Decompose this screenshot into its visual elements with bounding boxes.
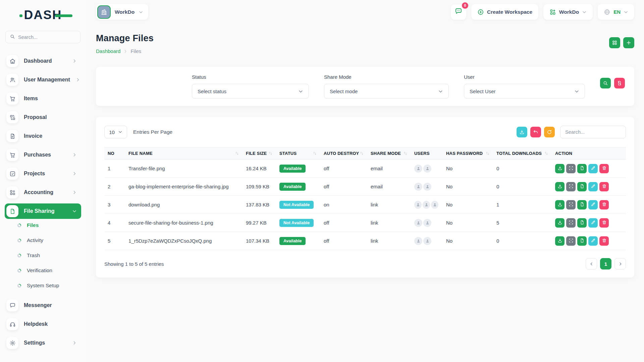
users-avatars xyxy=(414,237,439,245)
status-badge: Available xyxy=(279,237,306,245)
filter-card: Status Select status Share Mode Select m… xyxy=(96,67,634,106)
chevron-down-icon xyxy=(582,10,587,14)
chevron-down-icon xyxy=(298,89,303,94)
sort-icon xyxy=(403,151,408,156)
details-button[interactable] xyxy=(577,236,587,246)
preview-button[interactable] xyxy=(566,218,576,228)
download-button[interactable] xyxy=(555,182,565,191)
details-button[interactable] xyxy=(577,218,587,228)
column-header-no: NO xyxy=(104,147,125,160)
avatar xyxy=(423,165,431,173)
sidebar-item-settings[interactable]: Settings xyxy=(5,335,81,351)
grid-view-button[interactable] xyxy=(609,37,620,48)
details-button[interactable] xyxy=(577,182,587,191)
cell-total-downloads: 0 xyxy=(493,178,552,196)
sidebar-menu: DashboardUser ManagementItemsProposalInv… xyxy=(5,53,80,351)
cell-auto-destroy: off xyxy=(320,160,367,178)
preview-button[interactable] xyxy=(566,164,576,173)
sidebar-item-file-sharing[interactable]: File Sharing xyxy=(5,203,81,219)
download-button[interactable] xyxy=(555,200,565,209)
chevron-right-icon xyxy=(123,49,127,53)
sidebar-subitem-verification[interactable]: Verification xyxy=(17,267,80,274)
chevron-right-icon xyxy=(72,171,77,176)
download-button[interactable] xyxy=(555,236,565,246)
undo-button[interactable] xyxy=(530,127,541,137)
delete-button[interactable] xyxy=(599,182,609,191)
file-doc-icon xyxy=(580,184,585,190)
edit-button[interactable] xyxy=(588,182,598,191)
bullet-icon xyxy=(17,284,21,288)
delete-button[interactable] xyxy=(599,218,609,228)
column-header-total-downloads[interactable]: TOTAL DOWNLOADS xyxy=(493,147,552,160)
refresh-button[interactable] xyxy=(544,127,555,137)
sidebar-item-proposal[interactable]: Proposal xyxy=(5,110,81,125)
sidebar-subitem-activity[interactable]: Activity xyxy=(17,237,80,243)
details-button[interactable] xyxy=(577,164,587,173)
status-filter-select[interactable]: Select status xyxy=(192,84,309,99)
sidebar-item-user-management[interactable]: User Management xyxy=(5,72,81,87)
language-dropdown[interactable]: EN xyxy=(598,4,634,20)
edit-button[interactable] xyxy=(588,218,598,228)
column-header-status[interactable]: STATUS xyxy=(276,147,320,160)
cell-total-downloads: 5 xyxy=(493,214,552,232)
sidebar-item-purchases[interactable]: Purchases xyxy=(5,147,81,163)
edit-button[interactable] xyxy=(588,200,598,209)
column-header-has-password[interactable]: HAS PASSWORD xyxy=(443,147,493,160)
dash-logo[interactable]: DASH xyxy=(5,8,80,22)
sidebar-subitem-trash[interactable]: Trash xyxy=(17,252,80,258)
next-page-button[interactable] xyxy=(614,258,626,269)
workspace-selector[interactable]: WorkDo xyxy=(96,4,148,20)
page-title: Manage Files xyxy=(96,33,154,44)
delete-button[interactable] xyxy=(599,200,609,209)
filter-clear-button[interactable] xyxy=(614,78,625,88)
page-1-button[interactable]: 1 xyxy=(600,258,611,269)
edit-button[interactable] xyxy=(588,164,598,173)
entries-per-page-select[interactable]: 10 xyxy=(104,126,127,138)
sidebar-search-input[interactable] xyxy=(18,35,76,40)
page-head: Manage Files Dashboard Files xyxy=(96,33,634,54)
sidebar-subitem-system-setup[interactable]: System Setup xyxy=(17,283,80,289)
sidebar-item-projects[interactable]: Projects xyxy=(5,166,81,181)
grid-plus-icon xyxy=(6,186,18,198)
sidebar-item-invoice[interactable]: Invoice xyxy=(5,128,81,144)
column-header-share-mode[interactable]: SHARE MODE xyxy=(367,147,411,160)
delete-button[interactable] xyxy=(599,164,609,173)
table-search-input[interactable] xyxy=(560,126,626,138)
filter-search-button[interactable] xyxy=(600,78,611,88)
column-header-file-name[interactable]: FILE NAME xyxy=(125,147,243,160)
breadcrumb-dashboard-link[interactable]: Dashboard xyxy=(96,48,120,54)
messages-button[interactable]: 0 xyxy=(451,4,466,20)
export-button[interactable] xyxy=(517,127,527,137)
cell-file-size: 107.34 KB xyxy=(243,232,276,250)
share-mode-filter-select[interactable]: Select mode xyxy=(324,84,449,99)
preview-button[interactable] xyxy=(566,200,576,209)
sort-icon xyxy=(485,151,490,156)
sidebar-item-items[interactable]: Items xyxy=(5,91,81,106)
cell-no: 4 xyxy=(104,214,125,232)
sidebar-item-messenger[interactable]: Messenger xyxy=(5,298,81,313)
previous-page-button[interactable] xyxy=(586,258,597,269)
app-switcher-dropdown[interactable]: WorkDo xyxy=(543,4,593,20)
add-file-button[interactable] xyxy=(623,37,634,48)
column-header-auto-destroy[interactable]: AUTO DESTROY xyxy=(320,147,367,160)
user-filter-select[interactable]: Select User xyxy=(464,84,585,99)
avatar xyxy=(414,237,422,245)
sidebar-item-helpdesk[interactable]: Helpdesk xyxy=(5,316,81,332)
details-button[interactable] xyxy=(577,200,587,209)
sidebar: DASH DashboardUser ManagementItemsPropos… xyxy=(0,0,86,362)
download-button[interactable] xyxy=(555,164,565,173)
sidebar-subitem-files[interactable]: Files xyxy=(17,222,80,228)
create-workspace-button[interactable]: Create Workspace xyxy=(471,4,538,20)
logo-bar-accent xyxy=(55,14,72,17)
sidebar-item-accounting[interactable]: Accounting xyxy=(5,185,81,200)
preview-button[interactable] xyxy=(566,236,576,246)
pagination: 1 xyxy=(586,258,626,269)
row-actions xyxy=(555,182,623,191)
edit-button[interactable] xyxy=(588,236,598,246)
download-button[interactable] xyxy=(555,218,565,228)
preview-button[interactable] xyxy=(566,182,576,191)
column-header-file-size[interactable]: FILE SIZE xyxy=(243,147,276,160)
users-avatars xyxy=(414,165,439,173)
delete-button[interactable] xyxy=(599,236,609,246)
sidebar-item-dashboard[interactable]: Dashboard xyxy=(5,53,81,69)
